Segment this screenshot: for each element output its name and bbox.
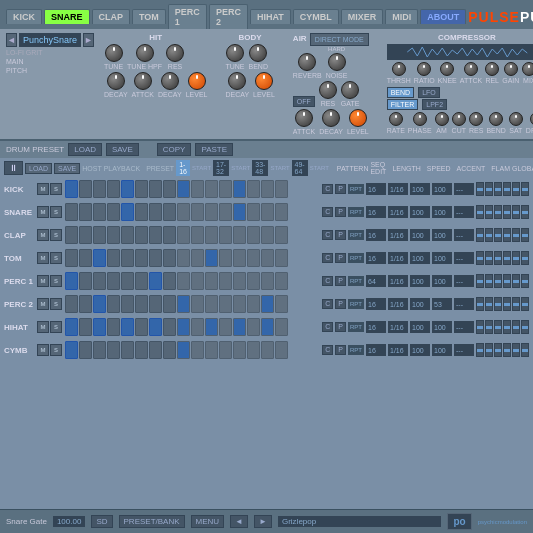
fader-7-4[interactable]: [512, 343, 520, 357]
play-pause-btn[interactable]: ⏸: [4, 161, 23, 175]
solo-btn-6[interactable]: S: [50, 321, 62, 333]
step-7-6[interactable]: [135, 341, 148, 359]
step-1-11[interactable]: [205, 203, 218, 221]
fader-0-4[interactable]: [512, 182, 520, 196]
step-2-3[interactable]: [93, 226, 106, 244]
mute-btn-7[interactable]: M: [37, 344, 49, 356]
step-1-10[interactable]: [191, 203, 204, 221]
step-5-7[interactable]: [149, 295, 162, 313]
step-6-5[interactable]: [121, 318, 134, 336]
c-btn-7[interactable]: C: [322, 345, 333, 355]
air-decay-knob[interactable]: DECAY: [319, 109, 343, 135]
am-knob[interactable]: AM: [435, 112, 449, 134]
step-5-9[interactable]: [177, 295, 190, 313]
step-3-8[interactable]: [163, 249, 176, 267]
step-0-9[interactable]: [177, 180, 190, 198]
tab-about[interactable]: ABOUT: [420, 9, 466, 24]
step-6-13[interactable]: [233, 318, 246, 336]
solo-btn-0[interactable]: S: [50, 183, 62, 195]
step-0-14[interactable]: [247, 180, 260, 198]
dp-paste-btn[interactable]: PASTE: [195, 143, 233, 156]
c-btn-1[interactable]: C: [322, 207, 333, 217]
fader-4-5[interactable]: [521, 274, 529, 288]
air-noise-knob[interactable]: HARD NOISE: [326, 46, 348, 79]
fader-2-4[interactable]: [512, 228, 520, 242]
comp-gain-knob[interactable]: GAIN: [502, 62, 519, 84]
step-3-2[interactable]: [79, 249, 92, 267]
step-3-14[interactable]: [247, 249, 260, 267]
dp-save-btn[interactable]: SAVE: [106, 143, 139, 156]
step-6-1[interactable]: [65, 318, 78, 336]
fader-3-2[interactable]: [494, 251, 502, 265]
mute-btn-6[interactable]: M: [37, 321, 49, 333]
lfo-btn[interactable]: LFO: [418, 87, 440, 98]
body-level-knob[interactable]: LEVEL: [253, 72, 275, 98]
step-6-15[interactable]: [261, 318, 274, 336]
dp-copy-btn[interactable]: COPY: [157, 143, 192, 156]
step-7-5[interactable]: [121, 341, 134, 359]
fader-2-1[interactable]: [485, 228, 493, 242]
step-6-11[interactable]: [205, 318, 218, 336]
solo-btn-1[interactable]: S: [50, 206, 62, 218]
fader-4-1[interactable]: [485, 274, 493, 288]
air-res-knob[interactable]: RES: [319, 81, 337, 107]
step-5-3[interactable]: [93, 295, 106, 313]
direct-mode-btn[interactable]: DIRECT MODE: [310, 33, 369, 46]
hit-decay-knob[interactable]: DECAY: [104, 72, 128, 98]
fader-1-5[interactable]: [521, 205, 529, 219]
step-4-8[interactable]: [163, 272, 176, 290]
c-btn-3[interactable]: C: [322, 253, 333, 263]
fader-5-5[interactable]: [521, 297, 529, 311]
step-3-1[interactable]: [65, 249, 78, 267]
step-1-3[interactable]: [93, 203, 106, 221]
drive-knob[interactable]: DRIVE: [526, 112, 533, 134]
step-0-6[interactable]: [135, 180, 148, 198]
comp-thrsh-knob[interactable]: THRSH: [387, 62, 411, 84]
fader-0-2[interactable]: [494, 182, 502, 196]
step-5-2[interactable]: [79, 295, 92, 313]
body-tune-knob[interactable]: TUNE: [225, 44, 244, 70]
step-4-6[interactable]: [135, 272, 148, 290]
tab-perc1[interactable]: PERC 1: [168, 4, 207, 29]
fader-4-4[interactable]: [512, 274, 520, 288]
step-2-12[interactable]: [219, 226, 232, 244]
step-3-16[interactable]: [275, 249, 288, 267]
nav-right-btn[interactable]: ►: [254, 515, 272, 528]
step-3-15[interactable]: [261, 249, 274, 267]
fader-5-4[interactable]: [512, 297, 520, 311]
mute-btn-4[interactable]: M: [37, 275, 49, 287]
step-2-4[interactable]: [107, 226, 120, 244]
step-6-12[interactable]: [219, 318, 232, 336]
step-4-7[interactable]: [149, 272, 162, 290]
sat-knob[interactable]: SAT: [509, 112, 523, 134]
step-5-4[interactable]: [107, 295, 120, 313]
fader-6-0[interactable]: [476, 320, 484, 334]
step-7-14[interactable]: [247, 341, 260, 359]
hit-tune-knob[interactable]: TUNE: [104, 44, 123, 70]
step-3-6[interactable]: [135, 249, 148, 267]
c-btn-5[interactable]: C: [322, 299, 333, 309]
c-btn-0[interactable]: C: [322, 184, 333, 194]
step-4-3[interactable]: [93, 272, 106, 290]
p-btn-6[interactable]: P: [335, 322, 346, 332]
step-4-14[interactable]: [247, 272, 260, 290]
fader-2-0[interactable]: [476, 228, 484, 242]
fader-4-0[interactable]: [476, 274, 484, 288]
step-6-8[interactable]: [163, 318, 176, 336]
step-1-9[interactable]: [177, 203, 190, 221]
step-3-5[interactable]: [121, 249, 134, 267]
step-1-13[interactable]: [233, 203, 246, 221]
step-5-11[interactable]: [205, 295, 218, 313]
c-btn-4[interactable]: C: [322, 276, 333, 286]
hit-decay2-knob[interactable]: DECAY: [158, 72, 182, 98]
step-7-3[interactable]: [93, 341, 106, 359]
tab-mixer[interactable]: MIXER: [341, 9, 384, 24]
step-7-4[interactable]: [107, 341, 120, 359]
fader-2-2[interactable]: [494, 228, 502, 242]
cut-knob[interactable]: CUT: [452, 112, 466, 134]
tab-tom[interactable]: TOM: [132, 9, 166, 24]
p-btn-7[interactable]: P: [335, 345, 346, 355]
range-33-48[interactable]: 33-48: [252, 160, 268, 176]
fader-2-5[interactable]: [521, 228, 529, 242]
solo-btn-2[interactable]: S: [50, 229, 62, 241]
